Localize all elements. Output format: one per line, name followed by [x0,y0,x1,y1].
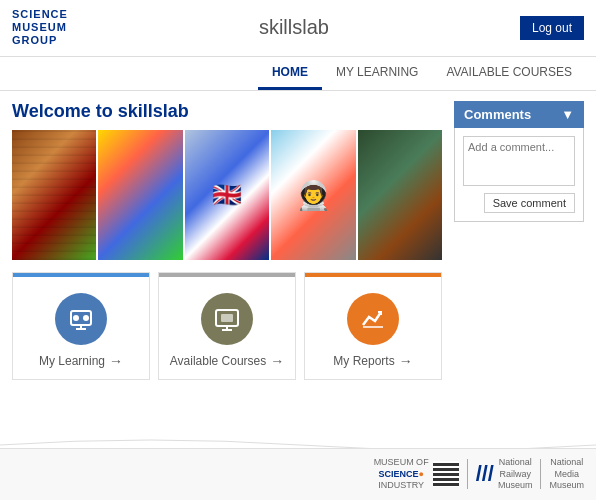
my-reports-icon [347,293,399,345]
hero-image-4 [271,130,355,260]
comments-toggle-icon[interactable]: ▼ [561,107,574,122]
welcome-heading: Welcome to skillslab [12,101,442,122]
available-courses-arrow: → [270,353,284,369]
comments-title: Comments [464,107,531,122]
nav-my-learning[interactable]: MY LEARNING [322,57,432,90]
footer-industry: INDUSTRY [378,480,424,490]
footer-logos: MUSEUM OF SCIENCE● INDUSTRY /// National… [374,457,584,492]
hero-image-1 [12,130,96,260]
hero-image-3 [185,130,269,260]
my-learning-label: My Learning → [21,353,141,369]
hero-image-5 [358,130,442,260]
main-nav: HOME MY LEARNING AVAILABLE COURSES [0,57,596,91]
main-content: Welcome to skillslab [0,91,596,390]
app-title: skillslab [68,16,520,39]
hero-image-2 [98,130,182,260]
footer: MUSEUM OF SCIENCE● INDUSTRY /// National… [0,448,596,500]
footer-museum-text: MUSEUM OF SCIENCE● INDUSTRY [374,457,429,492]
logo-line1: SCIENCE [12,8,68,21]
svg-point-3 [73,315,79,321]
card-bar-courses [159,273,295,277]
comment-input[interactable] [463,136,575,186]
header: SCIENCE MUSEUM GROUP skillslab Log out [0,0,596,57]
available-courses-text: Available Courses [170,354,267,368]
footer-museum-of: MUSEUM OF [374,457,429,467]
railway-logo-icon: /// [476,461,494,487]
footer-dot: ● [418,469,423,479]
my-learning-icon [55,293,107,345]
comments-body: Save comment [454,128,584,222]
available-courses-icon [201,293,253,345]
footer-science: SCIENCE [378,469,418,479]
nav-available-courses[interactable]: AVAILABLE COURSES [432,57,586,90]
my-learning-text: My Learning [39,354,105,368]
logo-line2: MUSEUM [12,21,68,34]
hero-images [12,130,442,260]
my-reports-card[interactable]: My Reports → [304,272,442,380]
svg-rect-8 [221,314,233,322]
available-courses-card[interactable]: Available Courses → [158,272,296,380]
action-cards: My Learning → Available Courses [12,272,442,380]
available-courses-label: Available Courses → [167,353,287,369]
logo-line3: GROUP [12,34,68,47]
comments-header: Comments ▼ [454,101,584,128]
nav-home[interactable]: HOME [258,57,322,90]
my-reports-arrow: → [399,353,413,369]
my-learning-card[interactable]: My Learning → [12,272,150,380]
my-learning-arrow: → [109,353,123,369]
comments-panel: Comments ▼ Save comment [454,101,584,380]
card-bar-learning [13,273,149,277]
footer-railway-text: NationalRailwayMuseum [498,457,533,492]
card-bar-reports [305,273,441,277]
content-left: Welcome to skillslab [12,101,442,380]
logout-button[interactable]: Log out [520,16,584,40]
my-reports-label: My Reports → [313,353,433,369]
logo: SCIENCE MUSEUM GROUP [12,8,68,48]
save-comment-button[interactable]: Save comment [484,193,575,213]
my-reports-text: My Reports [333,354,394,368]
svg-point-4 [83,315,89,321]
footer-media-text: NationalMediaMuseum [549,457,584,492]
footer-divider-1 [467,459,468,489]
footer-divider-2 [540,459,541,489]
qr-code-1 [433,461,459,487]
